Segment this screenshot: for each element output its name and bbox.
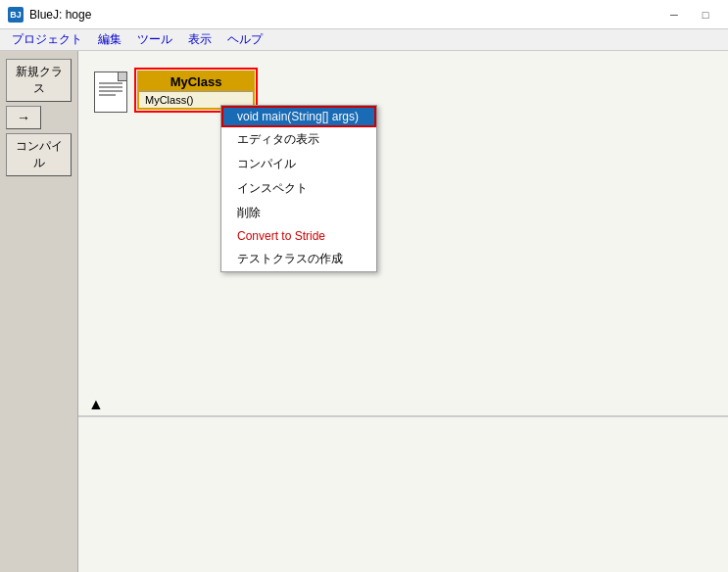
arrow-icon: → — [17, 110, 30, 125]
context-menu-item-inspect[interactable]: インスペクト — [221, 176, 376, 201]
title-bar: BJ BlueJ: hoge ─ □ — [0, 0, 728, 29]
context-menu: void main(String[] args) エディタの表示 コンパイル イ… — [220, 105, 377, 272]
canvas-area[interactable]: MyClass MyClass() void main(String[] arg… — [78, 51, 728, 572]
arrow-indicator: ▲ — [88, 396, 104, 413]
maximize-button[interactable]: □ — [691, 5, 720, 24]
context-menu-item-compile[interactable]: コンパイル — [221, 152, 376, 176]
minimize-button[interactable]: ─ — [659, 5, 689, 24]
title-bar-controls: ─ □ — [659, 5, 720, 24]
menu-tools[interactable]: ツール — [129, 29, 180, 50]
main-area: 新規クラス → コンパイル MyClass — [0, 51, 728, 572]
class-wrapper[interactable]: MyClass MyClass() — [137, 71, 255, 110]
title-bar-left: BJ BlueJ: hoge — [8, 7, 91, 23]
class-header: MyClass — [139, 72, 253, 91]
menu-bar: プロジェクト 編集 ツール 表示 ヘルプ — [0, 29, 728, 51]
menu-view[interactable]: 表示 — [180, 29, 219, 50]
context-menu-item-test-class[interactable]: テストクラスの作成 — [221, 247, 376, 271]
context-menu-item-void-main[interactable]: void main(String[] args) — [221, 106, 376, 127]
context-menu-item-delete[interactable]: 削除 — [221, 201, 376, 225]
menu-help[interactable]: ヘルプ — [219, 29, 270, 50]
class-page-icon — [94, 67, 127, 113]
arrow-button[interactable]: → — [6, 106, 41, 129]
app-icon: BJ — [8, 7, 24, 23]
compile-button[interactable]: コンパイル — [6, 133, 72, 176]
context-menu-item-convert-stride[interactable]: Convert to Stride — [221, 225, 376, 247]
context-menu-item-show-editor[interactable]: エディタの表示 — [221, 127, 376, 152]
window-title: BlueJ: hoge — [29, 8, 91, 22]
class-box[interactable]: MyClass MyClass() — [137, 71, 255, 110]
menu-project[interactable]: プロジェクト — [4, 29, 90, 50]
bottom-panel — [78, 415, 728, 572]
menu-edit[interactable]: 編集 — [90, 29, 129, 50]
new-class-button[interactable]: 新規クラス — [6, 59, 72, 102]
sidebar: 新規クラス → コンパイル — [0, 51, 78, 572]
